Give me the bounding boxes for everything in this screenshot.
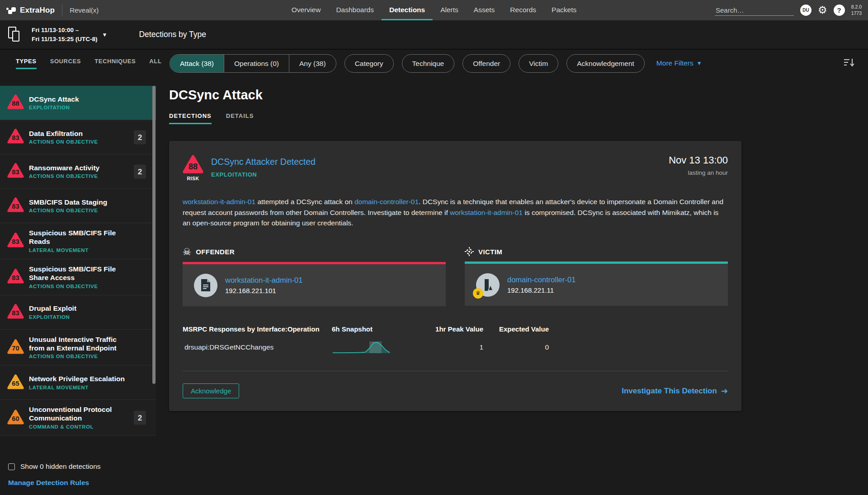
metric-row: drsuapi:DRSGetNCChanges10 xyxy=(183,340,728,355)
detection-type-row-data-exfiltration[interactable]: 83Data ExfiltrationACTIONS ON OBJECTIVE2 xyxy=(0,120,156,154)
sidebar-tab-sources[interactable]: SOURCES xyxy=(50,58,81,69)
manage-detection-rules-link[interactable]: Manage Detection Rules xyxy=(8,479,89,487)
detection-type-row-ransomware-activity[interactable]: 83Ransomware ActivityACTIONS ON OBJECTIV… xyxy=(0,154,156,189)
target-icon xyxy=(465,247,474,256)
filter-button-technique[interactable]: Technique xyxy=(402,54,455,73)
detection-type-row-dcsync-attack[interactable]: 88DCSync AttackEXPLOITATION xyxy=(0,86,156,120)
detection-row-text: SMB/CIFS Data StagingACTIONS ON OBJECTIV… xyxy=(29,198,107,214)
tab-detections[interactable]: DETECTIONS xyxy=(169,112,212,124)
svg-text:88: 88 xyxy=(12,100,19,107)
brand-name: ExtraHop xyxy=(20,6,55,15)
sort-icon[interactable] xyxy=(844,57,854,69)
detection-type-row-unconventional-protocol-communication[interactable]: 60Unconventional Protocol CommunicationC… xyxy=(0,400,156,436)
nav-item-alerts[interactable]: Alerts xyxy=(433,0,466,20)
filter-button-category[interactable]: Category xyxy=(344,54,394,73)
detection-row-category: ACTIONS ON OBJECTIVE xyxy=(29,284,132,289)
detection-row-text: Data ExfiltrationACTIONS ON OBJECTIVE xyxy=(29,130,98,145)
filter-button-acknowledgement[interactable]: Acknowledgement xyxy=(566,54,645,73)
asset-link-workstation-it-admin-01[interactable]: workstation-it-admin-01 xyxy=(183,198,255,205)
product-name: Reveal(x) xyxy=(70,6,99,14)
risk-badge: 88 RISK xyxy=(183,154,203,181)
detection-type-title: DCSync Attack xyxy=(169,88,868,103)
tab-details[interactable]: DETAILS xyxy=(226,112,254,124)
detection-row-title: Data Exfiltration xyxy=(29,130,98,138)
search-input[interactable] xyxy=(715,5,794,16)
detection-row-title: Unconventional Protocol Communication xyxy=(29,406,132,423)
nav-item-dashboards[interactable]: Dashboards xyxy=(328,0,382,20)
segment-operations-0[interactable]: Operations (0) xyxy=(224,55,289,72)
time-range-text: Fri 11/13·10:00 – Fri 11/13·15:25 (UTC-8… xyxy=(32,26,98,43)
help-icon[interactable]: ? xyxy=(834,5,845,16)
victim-ip: 192.168.221.11 xyxy=(507,286,576,294)
metrics-table: MSRPC Responses by Interface:Operation6h… xyxy=(183,325,728,355)
risk-badge: 65 xyxy=(7,374,24,391)
detection-row-category: ACTIONS ON OBJECTIVE xyxy=(29,139,98,145)
nav-item-packets[interactable]: Packets xyxy=(544,0,584,20)
nav-item-records[interactable]: Records xyxy=(502,0,544,20)
show-hidden-checkbox[interactable] xyxy=(8,463,15,470)
offender-asset-link[interactable]: workstation-it-admin-01 xyxy=(225,276,302,285)
more-filters-button[interactable]: More Filters ▼ xyxy=(656,59,702,67)
detection-row-title: Ransomware Activity xyxy=(29,164,99,173)
investigate-detection-link[interactable]: Investigate This Detection ➔ xyxy=(622,386,728,396)
victim-label: VICTIM xyxy=(478,248,502,256)
detection-type-row-drupal-exploit[interactable]: 83Drupal ExploitEXPLOITATION xyxy=(0,295,156,330)
offender-ip: 192.168.221.101 xyxy=(225,287,302,294)
detection-type-row-suspicious-smb-cifs-file-reads[interactable]: 83Suspicious SMB/CIFS File ReadsLATERAL … xyxy=(0,223,156,259)
extrahop-brand[interactable]: ExtraHop xyxy=(6,6,55,15)
sidebar-tab-types[interactable]: TYPES xyxy=(16,58,37,69)
detection-row-category: ACTIONS ON OBJECTIVE xyxy=(29,173,99,179)
show-hidden-label: Show 0 hidden detections xyxy=(20,462,101,471)
arrow-right-icon: ➔ xyxy=(721,386,728,396)
sidebar-scrollbar[interactable] xyxy=(152,86,156,384)
detection-detail-pane: DCSync Attack DETECTIONSDETAILS 88 RISK … xyxy=(156,77,868,495)
detection-type-row-network-privilege-escalation[interactable]: 65Network Privilege EscalationLATERAL MO… xyxy=(0,365,156,400)
sidebar-tabs: TYPESSOURCESTECHNIQUESALL xyxy=(0,58,156,69)
devices-icon[interactable] xyxy=(8,27,22,43)
detection-type-row-suspicious-smb-cifs-file-share-access[interactable]: 83Suspicious SMB/CIFS File Share AccessA… xyxy=(0,259,156,295)
time-range-selector[interactable]: Fri 11/13·10:00 – Fri 11/13·15:25 (UTC-8… xyxy=(32,26,107,43)
asset-link-workstation-it-admin-01[interactable]: workstation-it-admin-01 xyxy=(450,209,523,216)
asset-link-domain-controller-01[interactable]: domain-controller-01 xyxy=(354,198,419,205)
svg-text:60: 60 xyxy=(12,415,19,422)
version-info: 8.2.0 1773 xyxy=(851,4,862,16)
gear-icon[interactable]: ⚙ xyxy=(818,5,827,15)
device-icon xyxy=(482,279,493,291)
detection-row-title: Suspicious SMB/CIFS File Share Access xyxy=(29,265,132,282)
detection-row-title: Drupal Exploit xyxy=(29,304,76,313)
detection-type-row-smb-cifs-data-staging[interactable]: 83SMB/CIFS Data StagingACTIONS ON OBJECT… xyxy=(0,189,156,223)
detection-row-category: ACTIONS ON OBJECTIVE xyxy=(29,208,107,213)
acknowledge-button[interactable]: Acknowledge xyxy=(183,383,239,398)
metric-peak-value: 1 xyxy=(413,343,483,351)
victim-asset-link[interactable]: domain-controller-01 xyxy=(507,276,576,284)
offender-label: OFFENDER xyxy=(196,248,235,256)
detection-row-category: LATERAL MOVEMENT xyxy=(29,385,125,390)
filter-button-offender[interactable]: Offender xyxy=(462,54,510,73)
detection-title-link[interactable]: DCSync Attacker Detected xyxy=(211,154,316,167)
metric-expected-value: 0 xyxy=(483,343,549,351)
svg-text:88: 88 xyxy=(189,162,198,171)
extrahop-logo-icon xyxy=(6,6,16,14)
user-avatar[interactable]: DU xyxy=(800,5,811,16)
nav-item-overview[interactable]: Overview xyxy=(284,0,329,20)
detection-type-row-unusual-interactive-traffic-from-an-external-endpoint[interactable]: 70Unusual Interactive Traffic from an Ex… xyxy=(0,330,156,366)
nav-item-assets[interactable]: Assets xyxy=(466,0,503,20)
segment-attack-38[interactable]: Attack (38) xyxy=(170,55,224,72)
chevron-down-icon: ▼ xyxy=(697,60,702,66)
skull-crossbones-icon: ☠ xyxy=(183,247,191,257)
metrics-column-6h-snapshot: 6h Snapshot xyxy=(332,325,413,333)
segment-any-38[interactable]: Any (38) xyxy=(289,55,336,72)
svg-text:83: 83 xyxy=(12,169,19,176)
detection-card: 88 RISK DCSync Attacker Detected EXPLOIT… xyxy=(169,141,741,411)
sidebar-tab-techniques[interactable]: TECHNIQUES xyxy=(94,58,136,69)
main-nav: OverviewDashboardsDetectionsAlertsAssets… xyxy=(284,0,584,20)
detection-row-text: DCSync AttackEXPLOITATION xyxy=(29,95,79,111)
sidebar-footer: Show 0 hidden detections Manage Detectio… xyxy=(0,455,156,495)
show-hidden-checkbox-row[interactable]: Show 0 hidden detections xyxy=(8,462,148,471)
sidebar-tab-all[interactable]: ALL xyxy=(149,58,161,69)
victim-avatar: ♛ xyxy=(476,273,500,297)
nav-item-detections[interactable]: Detections xyxy=(382,0,433,20)
metric-name: drsuapi:DRSGetNCChanges xyxy=(183,343,332,351)
filter-button-victim[interactable]: Victim xyxy=(519,54,558,73)
detection-row-text: Suspicious SMB/CIFS File Share AccessACT… xyxy=(29,265,132,289)
